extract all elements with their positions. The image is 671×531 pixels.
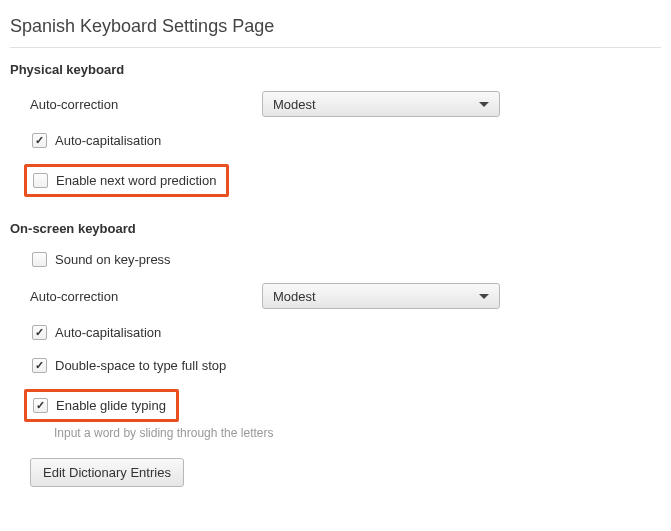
onscreen-sound-keypress-row[interactable]: Sound on key-press	[30, 250, 661, 269]
onscreen-sound-keypress-checkbox[interactable]	[32, 252, 47, 267]
physical-auto-capitalisation-label: Auto-capitalisation	[55, 133, 161, 148]
chevron-down-icon	[479, 102, 489, 107]
onscreen-double-space-row[interactable]: Double-space to type full stop	[30, 356, 661, 375]
physical-keyboard-heading: Physical keyboard	[10, 62, 661, 77]
onscreen-auto-correction-label: Auto-correction	[30, 289, 262, 304]
onscreen-glide-typing-label: Enable glide typing	[56, 398, 166, 413]
onscreen-auto-capitalisation-label: Auto-capitalisation	[55, 325, 161, 340]
onscreen-glide-typing-checkbox[interactable]	[33, 398, 48, 413]
physical-auto-correction-select[interactable]: Modest	[262, 91, 500, 117]
edit-dictionary-button[interactable]: Edit Dictionary Entries	[30, 458, 184, 487]
onscreen-auto-correction-row: Auto-correction Modest	[30, 283, 661, 309]
onscreen-auto-capitalisation-row[interactable]: Auto-capitalisation	[30, 323, 661, 342]
onscreen-double-space-checkbox[interactable]	[32, 358, 47, 373]
onscreen-auto-correction-value: Modest	[273, 289, 316, 304]
physical-next-word-prediction-label: Enable next word prediction	[56, 173, 216, 188]
onscreen-auto-capitalisation-checkbox[interactable]	[32, 325, 47, 340]
physical-next-word-prediction-highlight: Enable next word prediction	[24, 164, 229, 197]
physical-auto-correction-value: Modest	[273, 97, 316, 112]
onscreen-glide-typing-hint: Input a word by sliding through the lett…	[54, 426, 661, 440]
onscreen-sound-keypress-label: Sound on key-press	[55, 252, 171, 267]
onscreen-glide-typing-row[interactable]: Enable glide typing	[33, 398, 166, 413]
onscreen-keyboard-section: Sound on key-press Auto-correction Modes…	[10, 250, 661, 487]
physical-auto-correction-label: Auto-correction	[30, 97, 262, 112]
physical-keyboard-section: Auto-correction Modest Auto-capitalisati…	[10, 91, 661, 207]
physical-next-word-prediction-checkbox[interactable]	[33, 173, 48, 188]
onscreen-auto-correction-select[interactable]: Modest	[262, 283, 500, 309]
physical-next-word-prediction-row[interactable]: Enable next word prediction	[33, 173, 216, 188]
physical-auto-capitalisation-row[interactable]: Auto-capitalisation	[30, 131, 661, 150]
chevron-down-icon	[479, 294, 489, 299]
onscreen-double-space-label: Double-space to type full stop	[55, 358, 226, 373]
physical-auto-correction-row: Auto-correction Modest	[30, 91, 661, 117]
onscreen-glide-typing-highlight: Enable glide typing	[24, 389, 179, 422]
physical-auto-capitalisation-checkbox[interactable]	[32, 133, 47, 148]
onscreen-keyboard-heading: On-screen keyboard	[10, 221, 661, 236]
page-title: Spanish Keyboard Settings Page	[10, 10, 661, 48]
